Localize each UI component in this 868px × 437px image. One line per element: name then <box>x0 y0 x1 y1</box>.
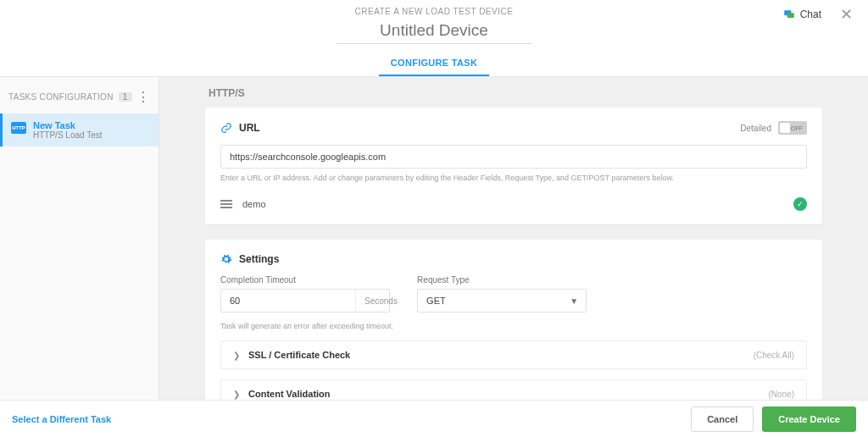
completion-timeout-hint: Task will generate an error after exceed… <box>220 322 393 330</box>
kebab-icon: ⋮ <box>136 90 150 104</box>
chevron-right-icon: ❯ <box>233 390 240 399</box>
settings-card-title: Settings <box>239 253 279 265</box>
link-icon <box>220 122 232 134</box>
detailed-toggle[interactable]: OFF <box>778 121 807 135</box>
toggle-knob <box>780 123 790 133</box>
task-item-title: New Task <box>33 120 103 130</box>
header: CREATE A NEW LOAD TEST DEVICE Chat ✕ CON… <box>0 0 868 77</box>
tab-configure-task[interactable]: CONFIGURE TASK <box>379 51 489 76</box>
accordion-detail: (None) <box>768 390 794 399</box>
chevron-right-icon: ❯ <box>233 351 240 360</box>
request-type-field: Request Type GET ▼ <box>417 275 587 330</box>
sidebar: TASKS CONFIGURATION 1 ⋮ HTTP New Task HT… <box>0 77 159 437</box>
close-icon: ✕ <box>840 6 853 23</box>
url-input[interactable] <box>220 145 807 169</box>
completion-timeout-unit: Seconds <box>355 290 406 312</box>
request-type-label: Request Type <box>417 275 587 285</box>
detailed-label: Detailed <box>740 124 771 133</box>
request-type-select[interactable]: GET <box>417 289 587 313</box>
drag-handle-icon[interactable] <box>220 200 232 208</box>
page-title: CREATE A NEW LOAD TEST DEVICE <box>0 7 868 16</box>
accordion-title: SSL / Certificate Check <box>248 350 350 360</box>
main-panel: HTTP/S URL Detailed OFF <box>159 77 868 437</box>
accordion-title: Content Validation <box>248 389 331 399</box>
completion-timeout-input[interactable] <box>221 290 355 312</box>
chat-button[interactable]: Chat <box>783 8 821 20</box>
completion-timeout-field: Completion Timeout Seconds Task will gen… <box>220 275 393 330</box>
completion-timeout-label: Completion Timeout <box>220 275 393 285</box>
url-card-title: URL <box>239 122 260 134</box>
cancel-button[interactable]: Cancel <box>691 407 754 432</box>
accordion-ssl-check[interactable]: ❯ SSL / Certificate Check (Check All) <box>220 340 807 369</box>
gear-icon <box>220 253 232 265</box>
task-item-new-task[interactable]: HTTP New Task HTTP/S Load Test <box>0 113 159 147</box>
chat-icon <box>783 8 795 20</box>
status-success-icon: ✓ <box>793 197 807 211</box>
tabs: CONFIGURE TASK <box>0 51 868 77</box>
device-name-input[interactable] <box>337 19 531 44</box>
accordion-detail: (Check All) <box>754 351 794 360</box>
url-hint: Enter a URL or IP address. Add or change… <box>220 174 807 182</box>
select-different-task-link[interactable]: Select a Different Task <box>12 414 111 424</box>
create-device-button[interactable]: Create Device <box>762 407 856 432</box>
toggle-state-label: OFF <box>791 125 803 131</box>
http-badge-icon: HTTP <box>11 122 26 134</box>
sidebar-menu-button[interactable]: ⋮ <box>136 89 150 105</box>
task-count-badge: 1 <box>119 92 132 102</box>
section-title: HTTP/S <box>209 87 822 99</box>
step-name: demo <box>242 199 783 209</box>
chat-label: Chat <box>800 8 821 20</box>
footer: Select a Different Task Cancel Create De… <box>0 400 868 437</box>
svg-rect-1 <box>787 13 793 18</box>
close-button[interactable]: ✕ <box>835 7 858 22</box>
task-item-subtitle: HTTP/S Load Test <box>33 130 103 140</box>
url-card: URL Detailed OFF Enter a URL or IP addre… <box>205 108 822 224</box>
sidebar-header-label: TASKS CONFIGURATION <box>8 92 114 102</box>
